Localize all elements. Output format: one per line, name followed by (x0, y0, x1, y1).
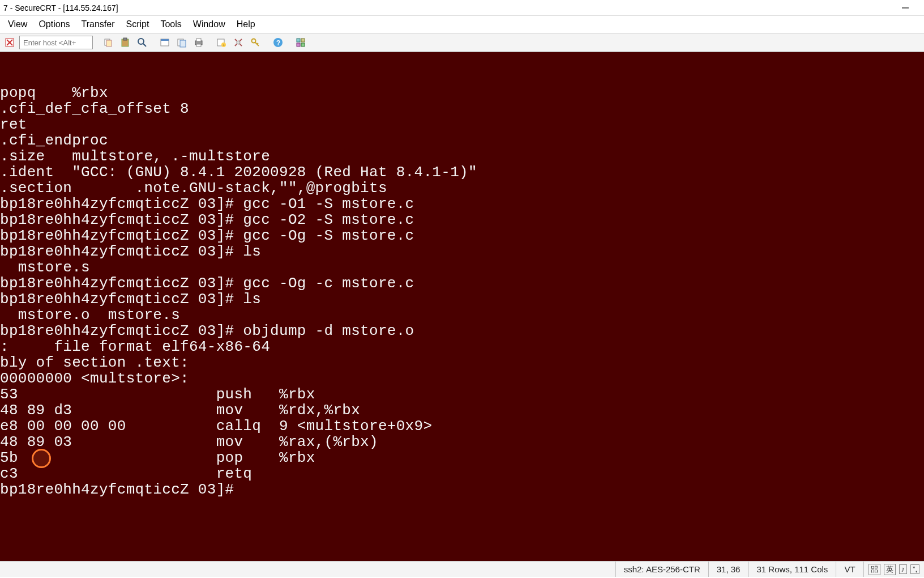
terminal-line: .section .note.GNU-stack,"",@progbits (0, 180, 924, 196)
svg-point-8 (138, 39, 144, 44)
terminal-line: popq %rbx (0, 85, 924, 101)
status-bar: ssh2: AES-256-CTR 31, 36 31 Rows, 111 Co… (0, 561, 924, 577)
terminal-line: bp18re0hh4zyfcmqticcZ 03]# gcc -O1 -S ms… (0, 196, 924, 212)
ime-indicator-2[interactable]: 英 (884, 564, 896, 575)
ime-indicator-1[interactable]: 㗊 (869, 564, 880, 575)
terminal-line: ret (0, 117, 924, 133)
terminal-output[interactable]: popq %rbx.cfi_def_cfa_offset 8ret.cfi_en… (0, 52, 924, 561)
print-icon (194, 37, 204, 48)
paste-button[interactable] (118, 35, 132, 50)
status-emulation-mode: VT (836, 562, 863, 577)
host-input[interactable] (19, 36, 93, 49)
svg-rect-15 (196, 39, 201, 41)
settings-button[interactable] (231, 35, 246, 50)
terminal-line: .size multstore, .-multstore (0, 148, 924, 164)
disconnect-icon (5, 37, 15, 48)
session-options-button[interactable] (174, 35, 189, 50)
menu-script[interactable]: Script (121, 17, 155, 32)
svg-rect-28 (297, 39, 300, 42)
menu-view[interactable]: View (2, 17, 33, 32)
help-icon: ? (273, 37, 283, 48)
find-icon (137, 37, 147, 48)
terminal-line: bp18re0hh4zyfcmqticcZ 03]# gcc -Og -S ms… (0, 228, 924, 244)
terminal-line: 48 89 03 mov %rax,(%rbx) (0, 434, 924, 450)
print-button[interactable] (191, 35, 206, 50)
svg-text:+: + (223, 42, 225, 48)
terminal-line: .cfi_def_cfa_offset 8 (0, 101, 924, 117)
menu-tools[interactable]: Tools (155, 17, 187, 32)
svg-rect-30 (297, 43, 300, 46)
paste-icon (120, 37, 130, 48)
terminal-line: bp18re0hh4zyfcmqticcZ 03]# objdump -d ms… (0, 323, 924, 339)
terminal-line: .cfi_endproc (0, 133, 924, 148)
terminal-line: : file format elf64-x86-64 (0, 339, 924, 355)
copy-icon (103, 37, 113, 48)
menu-options[interactable]: Options (33, 17, 75, 32)
minimize-icon (901, 4, 909, 12)
disconnect-button[interactable] (2, 35, 17, 50)
toolbar: + ? (0, 33, 924, 52)
terminal-line: bp18re0hh4zyfcmqticcZ 03]# gcc -O2 -S ms… (0, 212, 924, 228)
terminal-line: 5b pop %rbx (0, 450, 924, 466)
terminal-line: 48 89 d3 mov %rdx,%rbx (0, 402, 924, 418)
window-controls (895, 2, 916, 14)
ime-indicator-4[interactable]: ”, (910, 564, 919, 574)
svg-point-22 (237, 41, 240, 44)
svg-rect-5 (106, 40, 112, 46)
menu-help[interactable]: Help (231, 17, 261, 32)
svg-rect-7 (123, 38, 127, 40)
svg-line-9 (143, 44, 146, 46)
window-title: 7 - SecureCRT - [114.55.24.167] (3, 3, 895, 12)
terminal-line: mstore.s (0, 260, 924, 275)
ime-indicators: 㗊 英 ♪ ”, (863, 562, 924, 577)
svg-text:?: ? (276, 39, 280, 47)
new-session-icon: + (216, 37, 226, 48)
terminal-line: 53 push %rbx (0, 386, 924, 402)
status-protocol: ssh2: AES-256-CTR (615, 562, 708, 577)
terminal-line: bp18re0hh4zyfcmqticcZ 03]# ls (0, 291, 924, 307)
terminal-line: 00000000 <multstore>: (0, 371, 924, 386)
help-button[interactable]: ? (271, 35, 285, 50)
ime-indicator-3[interactable]: ♪ (899, 564, 908, 574)
terminal-line: c3 retq (0, 466, 924, 482)
svg-rect-16 (196, 44, 201, 46)
svg-rect-13 (180, 40, 186, 47)
session-options-icon (177, 37, 187, 48)
key-button[interactable] (248, 35, 263, 50)
svg-line-25 (257, 43, 258, 44)
find-button[interactable] (135, 35, 149, 50)
properties-icon (160, 37, 170, 48)
terminal-line: bp18re0hh4zyfcmqticcZ 03]# (0, 482, 924, 498)
gear-icon (233, 37, 243, 48)
terminal-line: e8 00 00 00 00 callq 9 <multstore+0x9> (0, 418, 924, 434)
menu-bar: View Options Transfer Script Tools Windo… (0, 16, 924, 33)
svg-rect-11 (161, 39, 169, 41)
properties-button[interactable] (157, 35, 172, 50)
new-session-button[interactable]: + (214, 35, 229, 50)
title-bar: 7 - SecureCRT - [114.55.24.167] (0, 0, 924, 16)
terminal-line: bly of section .text: (0, 355, 924, 371)
copy-button[interactable] (101, 35, 116, 50)
svg-rect-31 (301, 43, 305, 46)
svg-rect-29 (301, 39, 305, 42)
tile-icon (296, 37, 306, 48)
status-spacer (0, 562, 615, 577)
menu-window[interactable]: Window (187, 17, 231, 32)
menu-transfer[interactable]: Transfer (76, 17, 121, 32)
status-terminal-size: 31 Rows, 111 Cols (748, 562, 836, 577)
terminal-line: .ident "GCC: (GNU) 8.4.1 20200928 (Red H… (0, 164, 924, 180)
tile-button[interactable] (293, 35, 308, 50)
status-cursor-position: 31, 36 (708, 562, 748, 577)
terminal-line: mstore.o mstore.s (0, 307, 924, 323)
minimize-button[interactable] (895, 2, 916, 14)
terminal-line: bp18re0hh4zyfcmqticcZ 03]# gcc -Og -c ms… (0, 275, 924, 291)
key-icon (250, 37, 260, 48)
terminal-line: bp18re0hh4zyfcmqticcZ 03]# ls (0, 244, 924, 260)
